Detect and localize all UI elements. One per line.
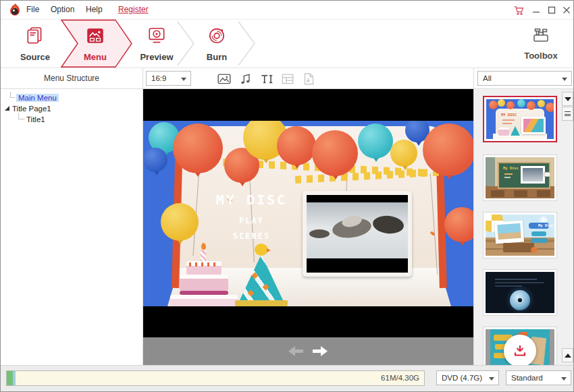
template-list-panel: MY DISC My Disc <box>473 89 574 365</box>
triangle-up-icon <box>565 354 571 358</box>
menu-register[interactable]: Register <box>118 5 149 14</box>
template-caption: My Disc <box>538 223 554 227</box>
balloon <box>358 123 393 159</box>
source-files-icon <box>25 26 45 49</box>
menu-structure-label: Menu Structure <box>44 74 99 83</box>
tree-node-label: Title Page1 <box>12 105 51 113</box>
hat-base <box>235 300 288 306</box>
cart-icon[interactable] <box>513 4 525 16</box>
template-beach-travel[interactable]: My Disc <box>483 212 557 258</box>
tree-expander-icon[interactable] <box>5 106 9 111</box>
balloon <box>143 148 167 172</box>
main-area: Main Menu Title Page1 Title1 <box>1 89 573 365</box>
scroll-down-button[interactable] <box>562 92 573 106</box>
toolbar-row: Menu Structure 16:9 <box>1 68 573 89</box>
template-thumbnail: My Disc <box>486 157 554 198</box>
scenes-menu-item[interactable]: SCENES <box>196 231 307 241</box>
menu-preview-scene[interactable]: MY DISC PLAY SCENES <box>143 121 473 306</box>
next-page-arrow[interactable] <box>312 345 328 357</box>
quality-select[interactable]: Standard <box>506 370 571 385</box>
template-thumbnail: My Disc <box>486 215 554 256</box>
template-caption: MY DISC <box>501 113 517 117</box>
used-capacity-segment <box>7 371 13 385</box>
close-button[interactable] <box>560 4 573 16</box>
party-hat-graphic <box>236 248 286 306</box>
tab-source-label: Source <box>20 52 50 62</box>
menu-help[interactable]: Help <box>86 5 103 14</box>
tree-node-title-page[interactable]: Title Page1 <box>5 103 51 113</box>
cake-sprinkles <box>189 262 219 267</box>
toolbox-button[interactable]: Toolbox <box>513 20 569 67</box>
capacity-progress-bar: 61M/4.30G <box>6 370 425 386</box>
export-page-icon-disabled <box>301 72 316 86</box>
menu-preview-panel: MY DISC PLAY SCENES <box>143 89 473 365</box>
disc-type-select[interactable]: DVD (4.7G) <box>436 370 499 385</box>
text-tool-icon[interactable] <box>259 72 274 86</box>
background-image-icon[interactable] <box>217 72 232 86</box>
disc-title-text[interactable]: MY DISC <box>196 192 307 208</box>
triangle-down-icon <box>565 97 571 101</box>
menu-capacity-segment <box>13 371 16 385</box>
chevron-down-icon <box>489 377 494 381</box>
birthday-cake-graphic <box>170 242 238 306</box>
template-birthday-balloons[interactable]: MY DISC <box>483 96 557 142</box>
template-filter-select[interactable]: All <box>477 71 572 86</box>
video-thumbnail-frame[interactable] <box>303 191 412 277</box>
template-thumbnail <box>486 272 554 313</box>
tree-node-label: Title1 <box>26 115 45 123</box>
maximize-button[interactable] <box>546 4 558 16</box>
previous-page-arrow[interactable] <box>288 345 304 357</box>
capacity-text: 61M/4.30G <box>381 374 419 382</box>
template-space-disc[interactable] <box>483 269 557 316</box>
aspect-ratio-value: 16:9 <box>151 74 166 82</box>
tree-line <box>10 92 15 98</box>
tree-node-label: Main Menu <box>16 94 59 102</box>
tab-burn[interactable]: Burn <box>192 20 241 67</box>
preview-monitor-icon <box>147 26 167 49</box>
cake-tier <box>180 275 228 291</box>
toolbox-icon <box>531 26 550 48</box>
tab-menu[interactable]: Menu <box>71 20 120 67</box>
balloon <box>277 126 316 165</box>
tab-burn-label: Burn <box>207 52 227 62</box>
frame-style-icon-disabled <box>280 72 295 86</box>
balloon <box>390 140 417 167</box>
balloon <box>312 130 358 176</box>
chevron-down-icon <box>181 78 186 81</box>
menu-file[interactable]: File <box>26 5 39 14</box>
grip-icon <box>565 111 571 116</box>
play-menu-item[interactable]: PLAY <box>196 216 307 225</box>
app-window: File Option Help Register <box>0 0 574 392</box>
menu-option[interactable]: Option <box>51 5 74 14</box>
background-music-icon[interactable] <box>238 72 253 86</box>
tab-preview[interactable]: Preview <box>132 20 181 67</box>
template-thumbnail: MY DISC <box>486 99 554 139</box>
template-caption: My Disc <box>503 166 519 170</box>
download-templates-button[interactable] <box>504 335 536 365</box>
seals-video-still <box>307 202 408 258</box>
tab-menu-label: Menu <box>84 52 107 62</box>
tree-node-title1[interactable]: Title1 <box>16 114 45 124</box>
aspect-ratio-select[interactable]: 16:9 <box>146 71 191 86</box>
balloon <box>161 203 199 241</box>
template-filter-section: All <box>473 68 574 88</box>
burn-disc-icon <box>207 26 227 49</box>
app-logo-icon <box>7 3 22 18</box>
tab-preview-label: Preview <box>140 52 173 62</box>
hat-cone <box>239 254 284 302</box>
chevron-down-icon <box>561 377 567 381</box>
cake-tier <box>170 295 238 306</box>
template-classroom[interactable]: My Disc <box>483 155 557 201</box>
menu-template-icon <box>85 26 105 49</box>
seal-shape <box>372 215 405 235</box>
quality-value: Standard <box>511 374 543 382</box>
wizard-navbar: Source Menu <box>1 20 573 68</box>
scroll-grip-button[interactable] <box>562 107 573 121</box>
chevron-down-icon <box>562 78 567 81</box>
minimize-button[interactable] <box>530 4 542 16</box>
tree-node-main-menu[interactable]: Main Menu <box>10 92 59 103</box>
tab-source[interactable]: Source <box>11 20 59 67</box>
letterbox-top <box>143 89 473 121</box>
scroll-up-button[interactable] <box>562 348 573 362</box>
candle-flame <box>201 243 206 250</box>
